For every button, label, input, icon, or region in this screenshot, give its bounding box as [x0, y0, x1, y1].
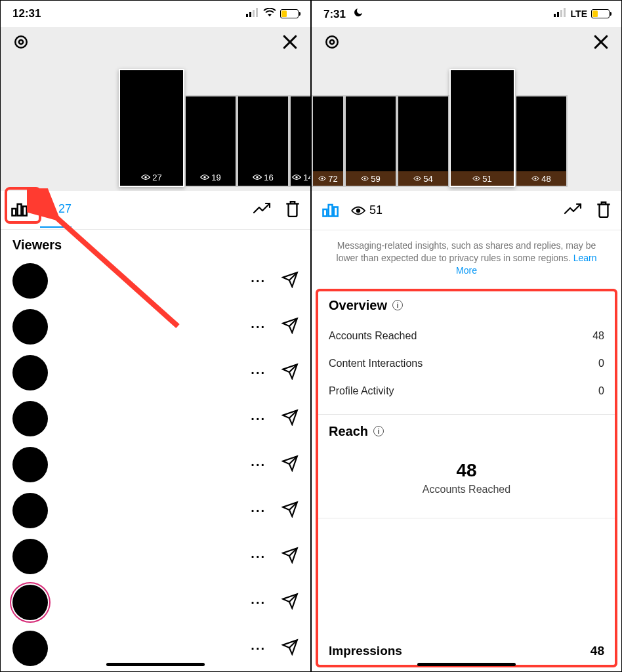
send-icon[interactable] — [281, 501, 299, 520]
svg-point-15 — [45, 207, 49, 211]
svg-rect-26 — [554, 14, 556, 17]
viewer-row[interactable]: ··· — [1, 442, 310, 488]
reach-sublabel: Accounts Reached — [329, 484, 604, 495]
status-bar: 7:31 LTE — [312, 1, 621, 27]
impressions-row[interactable]: Impressions 48 — [329, 644, 604, 658]
viewer-row[interactable]: ··· — [1, 534, 310, 579]
status-time: 12:31 — [12, 7, 41, 20]
info-icon[interactable]: i — [373, 426, 384, 436]
more-icon[interactable]: ··· — [244, 595, 272, 610]
wifi-icon — [263, 7, 276, 20]
story-strip[interactable]: 72 59 54 51 48 — [312, 60, 621, 191]
story-thumb[interactable]: 14 — [289, 95, 310, 187]
views-tab[interactable]: 51 — [351, 203, 383, 217]
viewer-row[interactable]: ··· — [1, 396, 310, 442]
metric-row[interactable]: Profile Activity0 — [329, 377, 604, 405]
avatar — [12, 263, 48, 299]
close-icon[interactable] — [591, 32, 611, 54]
viewer-row[interactable]: ··· — [1, 350, 310, 396]
avatar — [12, 355, 48, 390]
avatar — [12, 585, 48, 620]
story-thumb[interactable]: 27 — [119, 69, 184, 187]
svg-point-30 — [326, 36, 338, 48]
metric-row[interactable]: Content Interactions0 — [329, 350, 604, 377]
reach-value: 48 — [329, 460, 604, 481]
divider — [318, 414, 615, 415]
send-icon[interactable] — [281, 455, 299, 474]
more-icon[interactable]: ··· — [244, 641, 272, 656]
send-icon[interactable] — [281, 547, 299, 566]
svg-rect-1 — [249, 12, 251, 17]
signal-icon — [554, 7, 567, 20]
svg-rect-0 — [246, 14, 248, 17]
send-icon[interactable] — [281, 271, 299, 291]
story-thumb[interactable]: 51 — [449, 69, 515, 187]
views-tab[interactable]: 27 — [40, 202, 72, 228]
viewer-row[interactable]: ··· — [1, 579, 310, 625]
story-thumb[interactable]: 54 — [397, 95, 449, 187]
svg-point-35 — [364, 178, 366, 180]
viewers-title: Viewers — [1, 230, 310, 258]
trend-icon[interactable] — [564, 203, 582, 219]
svg-rect-39 — [323, 209, 327, 217]
story-thumb[interactable]: 19 — [184, 95, 237, 187]
gear-icon[interactable] — [11, 32, 31, 54]
svg-point-34 — [321, 178, 323, 180]
send-icon[interactable] — [281, 639, 299, 658]
reach-title: Reach i — [329, 424, 604, 439]
insights-tab-row: 27 — [1, 191, 310, 230]
send-icon[interactable] — [281, 317, 299, 337]
dnd-moon-icon — [353, 8, 363, 20]
viewer-row[interactable]: ··· — [1, 304, 310, 350]
more-icon[interactable]: ··· — [244, 366, 272, 381]
send-icon[interactable] — [281, 363, 299, 383]
avatar — [12, 401, 48, 436]
close-icon[interactable] — [280, 32, 300, 54]
trash-icon[interactable] — [595, 200, 612, 221]
metric-row[interactable]: Accounts Reached48 — [329, 322, 604, 350]
gear-icon[interactable] — [322, 32, 342, 54]
home-indicator — [417, 663, 516, 666]
story-strip[interactable]: 27 19 16 14 — [1, 60, 310, 191]
send-icon[interactable] — [281, 409, 299, 429]
svg-point-9 — [204, 176, 207, 178]
more-icon[interactable]: ··· — [244, 320, 272, 335]
signal-icon — [246, 7, 259, 20]
more-icon[interactable]: ··· — [244, 274, 272, 289]
svg-point-11 — [296, 176, 299, 178]
annotation-highlight — [5, 187, 41, 224]
send-icon[interactable] — [281, 593, 299, 612]
svg-rect-27 — [557, 12, 559, 17]
story-thumb[interactable]: 59 — [344, 95, 397, 187]
more-icon[interactable]: ··· — [244, 411, 272, 427]
svg-rect-28 — [560, 10, 562, 17]
viewers-section: Viewers ··· ··· ··· ··· ··· ··· ··· ··· … — [1, 230, 310, 671]
svg-rect-29 — [564, 8, 566, 17]
svg-point-37 — [476, 178, 478, 180]
story-header-area: 27 19 16 14 — [1, 27, 310, 191]
viewer-row[interactable]: ··· — [1, 488, 310, 534]
svg-rect-41 — [334, 207, 338, 216]
story-thumb[interactable]: 72 — [312, 95, 344, 187]
more-icon[interactable]: ··· — [244, 549, 272, 564]
battery-icon — [591, 9, 610, 18]
bar-chart-icon[interactable] — [321, 200, 339, 221]
more-icon[interactable]: ··· — [244, 503, 272, 518]
svg-rect-2 — [253, 10, 255, 17]
divider — [318, 518, 615, 518]
more-icon[interactable]: ··· — [244, 457, 272, 472]
avatar — [12, 539, 48, 574]
avatar — [12, 447, 48, 482]
viewer-row[interactable]: ··· — [1, 258, 310, 304]
story-thumb[interactable]: 16 — [237, 95, 289, 187]
svg-point-5 — [19, 39, 23, 43]
trend-icon[interactable] — [253, 202, 271, 218]
avatar — [12, 631, 48, 666]
info-icon[interactable]: i — [392, 300, 403, 310]
insights-tab-row: 51 — [312, 191, 621, 230]
story-thumb[interactable]: 48 — [515, 95, 568, 187]
svg-point-42 — [356, 208, 360, 212]
insights-panel: Overview i Accounts Reached48 Content In… — [316, 289, 617, 667]
trash-icon[interactable] — [284, 200, 301, 220]
battery-icon — [280, 9, 299, 18]
